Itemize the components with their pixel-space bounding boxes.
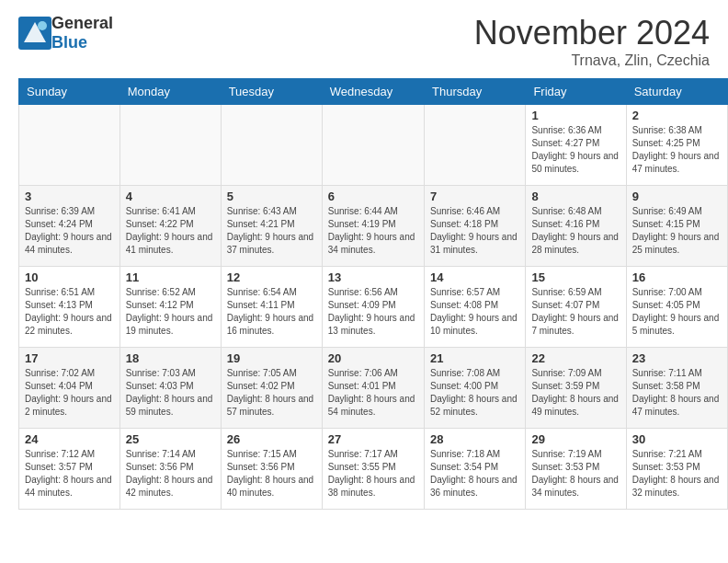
day-info: Sunrise: 7:00 AMSunset: 4:05 PMDaylight:… [632, 286, 722, 338]
calendar-cell: 2Sunrise: 6:38 AMSunset: 4:25 PMDaylight… [626, 105, 727, 186]
day-number: 27 [328, 432, 418, 446]
calendar-cell: 16Sunrise: 7:00 AMSunset: 4:05 PMDayligh… [626, 267, 727, 348]
day-number: 14 [430, 270, 519, 284]
calendar-row: 17Sunrise: 7:02 AMSunset: 4:04 PMDayligh… [19, 348, 728, 429]
calendar-cell: 21Sunrise: 7:08 AMSunset: 4:00 PMDayligh… [425, 348, 526, 429]
day-info: Sunrise: 7:09 AMSunset: 3:59 PMDaylight:… [531, 367, 620, 419]
day-number: 1 [531, 109, 620, 122]
calendar-cell: 22Sunrise: 7:09 AMSunset: 3:59 PMDayligh… [526, 348, 626, 429]
calendar-cell: 20Sunrise: 7:06 AMSunset: 4:01 PMDayligh… [322, 348, 424, 429]
day-info: Sunrise: 6:57 AMSunset: 4:08 PMDaylight:… [430, 286, 519, 338]
calendar-cell: 15Sunrise: 6:59 AMSunset: 4:07 PMDayligh… [526, 267, 626, 348]
day-info: Sunrise: 7:05 AMSunset: 4:02 PMDaylight:… [227, 367, 316, 419]
day-info: Sunrise: 6:48 AMSunset: 4:16 PMDaylight:… [531, 205, 620, 257]
day-number: 8 [531, 190, 620, 203]
day-info: Sunrise: 7:18 AMSunset: 3:54 PMDaylight:… [430, 448, 519, 500]
calendar-cell: 8Sunrise: 6:48 AMSunset: 4:16 PMDaylight… [526, 186, 626, 267]
calendar-cell [19, 105, 120, 186]
calendar-row: 1Sunrise: 6:36 AMSunset: 4:27 PMDaylight… [19, 105, 728, 186]
calendar-cell: 13Sunrise: 6:56 AMSunset: 4:09 PMDayligh… [322, 267, 424, 348]
logo-blue-text: Blue [51, 33, 113, 52]
calendar-cell: 5Sunrise: 6:43 AMSunset: 4:21 PMDaylight… [221, 186, 322, 267]
day-number: 9 [632, 190, 722, 203]
calendar-cell: 4Sunrise: 6:41 AMSunset: 4:22 PMDaylight… [119, 186, 221, 267]
col-monday: Monday [119, 79, 221, 105]
calendar-cell: 6Sunrise: 6:44 AMSunset: 4:19 PMDaylight… [322, 186, 424, 267]
calendar-cell: 19Sunrise: 7:05 AMSunset: 4:02 PMDayligh… [221, 348, 322, 429]
day-info: Sunrise: 6:49 AMSunset: 4:15 PMDaylight:… [632, 205, 722, 257]
calendar-cell [425, 105, 526, 186]
day-info: Sunrise: 7:06 AMSunset: 4:01 PMDaylight:… [328, 367, 418, 419]
calendar-wrapper: Sunday Monday Tuesday Wednesday Thursday… [0, 78, 728, 519]
day-number: 29 [531, 432, 620, 446]
day-info: Sunrise: 6:51 AMSunset: 4:13 PMDaylight:… [25, 286, 114, 338]
day-number: 28 [430, 432, 519, 446]
calendar-body: 1Sunrise: 6:36 AMSunset: 4:27 PMDaylight… [19, 105, 728, 510]
header-row: Sunday Monday Tuesday Wednesday Thursday… [19, 79, 728, 105]
day-info: Sunrise: 7:08 AMSunset: 4:00 PMDaylight:… [430, 367, 519, 419]
day-number: 12 [227, 270, 316, 284]
calendar-cell [221, 105, 322, 186]
day-number: 24 [25, 432, 114, 446]
day-number: 21 [430, 351, 519, 365]
calendar-cell: 10Sunrise: 6:51 AMSunset: 4:13 PMDayligh… [19, 267, 120, 348]
day-number: 15 [531, 270, 620, 284]
calendar-cell: 27Sunrise: 7:17 AMSunset: 3:55 PMDayligh… [322, 429, 424, 510]
day-info: Sunrise: 7:21 AMSunset: 3:53 PMDaylight:… [632, 448, 722, 500]
svg-point-2 [38, 21, 47, 30]
logo-general-text: General [51, 14, 113, 33]
day-number: 17 [25, 351, 114, 365]
calendar-cell [322, 105, 424, 186]
day-number: 5 [227, 190, 316, 203]
day-info: Sunrise: 6:36 AMSunset: 4:27 PMDaylight:… [531, 124, 620, 176]
calendar-cell: 23Sunrise: 7:11 AMSunset: 3:58 PMDayligh… [626, 348, 727, 429]
day-number: 22 [531, 351, 620, 365]
calendar-cell: 17Sunrise: 7:02 AMSunset: 4:04 PMDayligh… [19, 348, 120, 429]
calendar-cell: 28Sunrise: 7:18 AMSunset: 3:54 PMDayligh… [425, 429, 526, 510]
day-number: 25 [126, 432, 215, 446]
calendar-cell: 1Sunrise: 6:36 AMSunset: 4:27 PMDaylight… [526, 105, 626, 186]
day-number: 6 [328, 190, 418, 203]
calendar-cell: 18Sunrise: 7:03 AMSunset: 4:03 PMDayligh… [119, 348, 221, 429]
day-number: 18 [126, 351, 215, 365]
calendar-cell: 30Sunrise: 7:21 AMSunset: 3:53 PMDayligh… [626, 429, 727, 510]
day-number: 4 [126, 190, 215, 203]
page-header: General Blue November 2024 Trnava, Zlin,… [0, 0, 728, 78]
logo: General Blue [18, 14, 113, 52]
day-number: 26 [227, 432, 316, 446]
calendar-row: 3Sunrise: 6:39 AMSunset: 4:24 PMDaylight… [19, 186, 728, 267]
day-info: Sunrise: 7:17 AMSunset: 3:55 PMDaylight:… [328, 448, 418, 500]
location: Trnava, Zlin, Czechia [474, 52, 710, 69]
calendar-cell [119, 105, 221, 186]
col-sunday: Sunday [19, 79, 120, 105]
day-info: Sunrise: 7:03 AMSunset: 4:03 PMDaylight:… [126, 367, 215, 419]
day-info: Sunrise: 6:39 AMSunset: 4:24 PMDaylight:… [25, 205, 114, 257]
day-info: Sunrise: 6:44 AMSunset: 4:19 PMDaylight:… [328, 205, 418, 257]
calendar-cell: 7Sunrise: 6:46 AMSunset: 4:18 PMDaylight… [425, 186, 526, 267]
day-info: Sunrise: 6:56 AMSunset: 4:09 PMDaylight:… [328, 286, 418, 338]
day-info: Sunrise: 6:59 AMSunset: 4:07 PMDaylight:… [531, 286, 620, 338]
day-info: Sunrise: 6:46 AMSunset: 4:18 PMDaylight:… [430, 205, 519, 257]
day-info: Sunrise: 7:12 AMSunset: 3:57 PMDaylight:… [25, 448, 114, 500]
col-tuesday: Tuesday [221, 79, 322, 105]
day-number: 16 [632, 270, 722, 284]
day-number: 11 [126, 270, 215, 284]
day-number: 13 [328, 270, 418, 284]
day-number: 19 [227, 351, 316, 365]
day-info: Sunrise: 7:14 AMSunset: 3:56 PMDaylight:… [126, 448, 215, 500]
day-number: 23 [632, 351, 722, 365]
day-number: 30 [632, 432, 722, 446]
col-wednesday: Wednesday [322, 79, 424, 105]
col-saturday: Saturday [626, 79, 727, 105]
day-info: Sunrise: 6:38 AMSunset: 4:25 PMDaylight:… [632, 124, 722, 176]
day-info: Sunrise: 7:02 AMSunset: 4:04 PMDaylight:… [25, 367, 114, 419]
col-friday: Friday [526, 79, 626, 105]
calendar-row: 24Sunrise: 7:12 AMSunset: 3:57 PMDayligh… [19, 429, 728, 510]
day-info: Sunrise: 7:19 AMSunset: 3:53 PMDaylight:… [531, 448, 620, 500]
calendar-cell: 24Sunrise: 7:12 AMSunset: 3:57 PMDayligh… [19, 429, 120, 510]
calendar-cell: 3Sunrise: 6:39 AMSunset: 4:24 PMDaylight… [19, 186, 120, 267]
calendar-cell: 12Sunrise: 6:54 AMSunset: 4:11 PMDayligh… [221, 267, 322, 348]
day-info: Sunrise: 6:43 AMSunset: 4:21 PMDaylight:… [227, 205, 316, 257]
day-info: Sunrise: 6:54 AMSunset: 4:11 PMDaylight:… [227, 286, 316, 338]
day-number: 7 [430, 190, 519, 203]
